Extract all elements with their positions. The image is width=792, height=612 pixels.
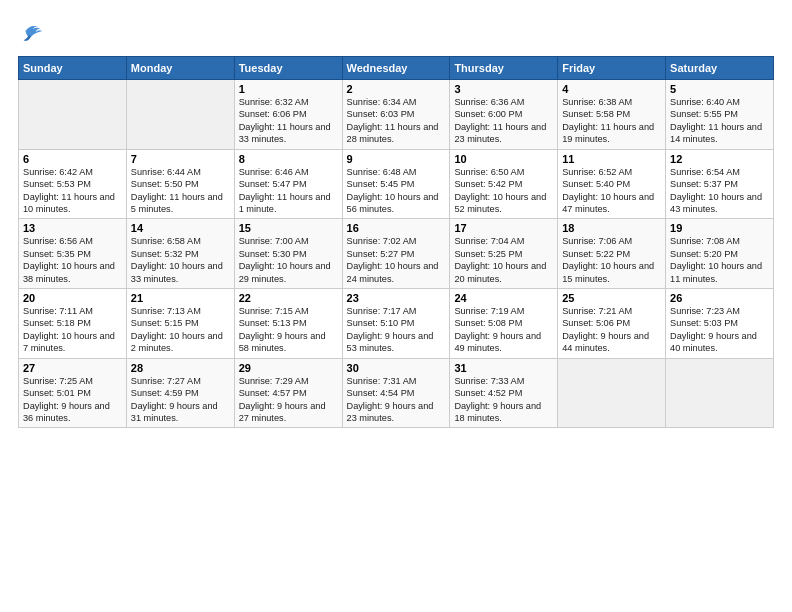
day-number: 6 <box>23 153 122 165</box>
calendar-cell: 14Sunrise: 6:58 AM Sunset: 5:32 PM Dayli… <box>126 219 234 289</box>
page: SundayMondayTuesdayWednesdayThursdayFrid… <box>0 0 792 612</box>
day-info: Sunrise: 7:21 AM Sunset: 5:06 PM Dayligh… <box>562 305 661 355</box>
day-info: Sunrise: 7:13 AM Sunset: 5:15 PM Dayligh… <box>131 305 230 355</box>
calendar-cell: 20Sunrise: 7:11 AM Sunset: 5:18 PM Dayli… <box>19 289 127 359</box>
calendar-cell: 10Sunrise: 6:50 AM Sunset: 5:42 PM Dayli… <box>450 149 558 219</box>
day-info: Sunrise: 7:25 AM Sunset: 5:01 PM Dayligh… <box>23 375 122 425</box>
calendar-cell <box>126 80 234 150</box>
day-number: 8 <box>239 153 338 165</box>
day-info: Sunrise: 7:11 AM Sunset: 5:18 PM Dayligh… <box>23 305 122 355</box>
day-info: Sunrise: 7:27 AM Sunset: 4:59 PM Dayligh… <box>131 375 230 425</box>
calendar-cell: 4Sunrise: 6:38 AM Sunset: 5:58 PM Daylig… <box>558 80 666 150</box>
calendar-cell: 23Sunrise: 7:17 AM Sunset: 5:10 PM Dayli… <box>342 289 450 359</box>
day-number: 16 <box>347 222 446 234</box>
day-number: 3 <box>454 83 553 95</box>
calendar-cell: 3Sunrise: 6:36 AM Sunset: 6:00 PM Daylig… <box>450 80 558 150</box>
calendar-cell <box>666 358 774 428</box>
calendar-week-row: 6Sunrise: 6:42 AM Sunset: 5:53 PM Daylig… <box>19 149 774 219</box>
day-info: Sunrise: 7:31 AM Sunset: 4:54 PM Dayligh… <box>347 375 446 425</box>
day-info: Sunrise: 6:46 AM Sunset: 5:47 PM Dayligh… <box>239 166 338 216</box>
day-number: 19 <box>670 222 769 234</box>
calendar-cell: 25Sunrise: 7:21 AM Sunset: 5:06 PM Dayli… <box>558 289 666 359</box>
day-info: Sunrise: 7:17 AM Sunset: 5:10 PM Dayligh… <box>347 305 446 355</box>
day-number: 1 <box>239 83 338 95</box>
day-number: 9 <box>347 153 446 165</box>
calendar-day-header: Saturday <box>666 57 774 80</box>
calendar-week-row: 27Sunrise: 7:25 AM Sunset: 5:01 PM Dayli… <box>19 358 774 428</box>
calendar-cell: 12Sunrise: 6:54 AM Sunset: 5:37 PM Dayli… <box>666 149 774 219</box>
day-info: Sunrise: 6:34 AM Sunset: 6:03 PM Dayligh… <box>347 96 446 146</box>
calendar-cell: 27Sunrise: 7:25 AM Sunset: 5:01 PM Dayli… <box>19 358 127 428</box>
day-number: 13 <box>23 222 122 234</box>
calendar-cell <box>558 358 666 428</box>
day-info: Sunrise: 6:44 AM Sunset: 5:50 PM Dayligh… <box>131 166 230 216</box>
day-info: Sunrise: 6:56 AM Sunset: 5:35 PM Dayligh… <box>23 235 122 285</box>
calendar-week-row: 13Sunrise: 6:56 AM Sunset: 5:35 PM Dayli… <box>19 219 774 289</box>
calendar-cell: 21Sunrise: 7:13 AM Sunset: 5:15 PM Dayli… <box>126 289 234 359</box>
calendar-cell: 8Sunrise: 6:46 AM Sunset: 5:47 PM Daylig… <box>234 149 342 219</box>
calendar-week-row: 20Sunrise: 7:11 AM Sunset: 5:18 PM Dayli… <box>19 289 774 359</box>
day-number: 2 <box>347 83 446 95</box>
day-number: 18 <box>562 222 661 234</box>
logo <box>18 18 50 46</box>
day-info: Sunrise: 7:33 AM Sunset: 4:52 PM Dayligh… <box>454 375 553 425</box>
calendar-cell: 1Sunrise: 6:32 AM Sunset: 6:06 PM Daylig… <box>234 80 342 150</box>
day-number: 4 <box>562 83 661 95</box>
day-number: 28 <box>131 362 230 374</box>
calendar-day-header: Sunday <box>19 57 127 80</box>
calendar-day-header: Tuesday <box>234 57 342 80</box>
day-number: 10 <box>454 153 553 165</box>
calendar-cell <box>19 80 127 150</box>
calendar-cell: 24Sunrise: 7:19 AM Sunset: 5:08 PM Dayli… <box>450 289 558 359</box>
day-info: Sunrise: 7:19 AM Sunset: 5:08 PM Dayligh… <box>454 305 553 355</box>
day-info: Sunrise: 6:58 AM Sunset: 5:32 PM Dayligh… <box>131 235 230 285</box>
day-number: 20 <box>23 292 122 304</box>
day-info: Sunrise: 6:50 AM Sunset: 5:42 PM Dayligh… <box>454 166 553 216</box>
day-info: Sunrise: 7:04 AM Sunset: 5:25 PM Dayligh… <box>454 235 553 285</box>
header <box>18 18 774 46</box>
calendar-cell: 18Sunrise: 7:06 AM Sunset: 5:22 PM Dayli… <box>558 219 666 289</box>
day-info: Sunrise: 7:29 AM Sunset: 4:57 PM Dayligh… <box>239 375 338 425</box>
calendar-day-header: Wednesday <box>342 57 450 80</box>
day-number: 29 <box>239 362 338 374</box>
calendar-table: SundayMondayTuesdayWednesdayThursdayFrid… <box>18 56 774 428</box>
day-number: 23 <box>347 292 446 304</box>
calendar-cell: 22Sunrise: 7:15 AM Sunset: 5:13 PM Dayli… <box>234 289 342 359</box>
calendar-cell: 9Sunrise: 6:48 AM Sunset: 5:45 PM Daylig… <box>342 149 450 219</box>
day-number: 30 <box>347 362 446 374</box>
day-number: 25 <box>562 292 661 304</box>
day-number: 15 <box>239 222 338 234</box>
day-info: Sunrise: 6:54 AM Sunset: 5:37 PM Dayligh… <box>670 166 769 216</box>
day-number: 11 <box>562 153 661 165</box>
day-info: Sunrise: 7:06 AM Sunset: 5:22 PM Dayligh… <box>562 235 661 285</box>
calendar-cell: 29Sunrise: 7:29 AM Sunset: 4:57 PM Dayli… <box>234 358 342 428</box>
day-number: 5 <box>670 83 769 95</box>
calendar-cell: 31Sunrise: 7:33 AM Sunset: 4:52 PM Dayli… <box>450 358 558 428</box>
day-number: 22 <box>239 292 338 304</box>
calendar-day-header: Monday <box>126 57 234 80</box>
calendar-cell: 19Sunrise: 7:08 AM Sunset: 5:20 PM Dayli… <box>666 219 774 289</box>
calendar-week-row: 1Sunrise: 6:32 AM Sunset: 6:06 PM Daylig… <box>19 80 774 150</box>
day-info: Sunrise: 6:40 AM Sunset: 5:55 PM Dayligh… <box>670 96 769 146</box>
day-info: Sunrise: 6:48 AM Sunset: 5:45 PM Dayligh… <box>347 166 446 216</box>
day-number: 17 <box>454 222 553 234</box>
calendar-cell: 17Sunrise: 7:04 AM Sunset: 5:25 PM Dayli… <box>450 219 558 289</box>
calendar-cell: 6Sunrise: 6:42 AM Sunset: 5:53 PM Daylig… <box>19 149 127 219</box>
day-number: 26 <box>670 292 769 304</box>
calendar-cell: 5Sunrise: 6:40 AM Sunset: 5:55 PM Daylig… <box>666 80 774 150</box>
day-info: Sunrise: 6:52 AM Sunset: 5:40 PM Dayligh… <box>562 166 661 216</box>
day-info: Sunrise: 7:02 AM Sunset: 5:27 PM Dayligh… <box>347 235 446 285</box>
day-number: 24 <box>454 292 553 304</box>
day-info: Sunrise: 7:15 AM Sunset: 5:13 PM Dayligh… <box>239 305 338 355</box>
calendar-cell: 30Sunrise: 7:31 AM Sunset: 4:54 PM Dayli… <box>342 358 450 428</box>
day-number: 7 <box>131 153 230 165</box>
calendar-cell: 13Sunrise: 6:56 AM Sunset: 5:35 PM Dayli… <box>19 219 127 289</box>
calendar-day-header: Thursday <box>450 57 558 80</box>
day-info: Sunrise: 7:23 AM Sunset: 5:03 PM Dayligh… <box>670 305 769 355</box>
day-info: Sunrise: 7:08 AM Sunset: 5:20 PM Dayligh… <box>670 235 769 285</box>
logo-bird-icon <box>18 18 46 46</box>
calendar-cell: 26Sunrise: 7:23 AM Sunset: 5:03 PM Dayli… <box>666 289 774 359</box>
day-number: 21 <box>131 292 230 304</box>
calendar-cell: 11Sunrise: 6:52 AM Sunset: 5:40 PM Dayli… <box>558 149 666 219</box>
day-number: 27 <box>23 362 122 374</box>
